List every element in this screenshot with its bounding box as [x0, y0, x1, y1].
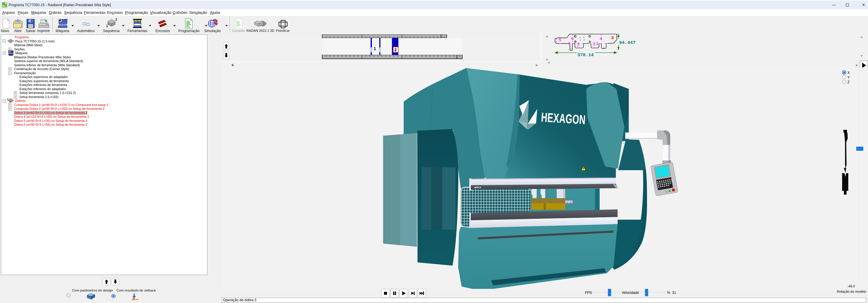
svg-text:1: 1 [374, 46, 376, 51]
svg-text:2: 2 [115, 18, 117, 21]
svg-text:6: 6 [571, 36, 574, 41]
svg-text:1: 1 [596, 41, 598, 47]
svg-text:378.14: 378.14 [577, 53, 594, 58]
svg-text:2: 2 [9, 100, 11, 103]
svg-text:◆WILA: ◆WILA [474, 186, 481, 189]
svg-text:5: 5 [559, 38, 561, 43]
svg-text:2: 2 [394, 48, 397, 52]
svg-text:1: 1 [568, 41, 571, 47]
svg-text:4: 4 [600, 36, 602, 41]
svg-text:1: 1 [7, 98, 8, 101]
svg-text:Z: Z [847, 80, 849, 84]
svg-text:X: X [847, 71, 850, 75]
svg-text:1: 1 [106, 25, 108, 28]
svg-text:2: 2 [593, 42, 595, 47]
svg-text:3: 3 [611, 36, 614, 41]
svg-text:Y: Y [847, 75, 850, 80]
svg-text:HEXAGON: HEXAGON [541, 110, 586, 127]
svg-text:94.447: 94.447 [619, 40, 636, 46]
svg-text:2: 2 [577, 42, 580, 47]
